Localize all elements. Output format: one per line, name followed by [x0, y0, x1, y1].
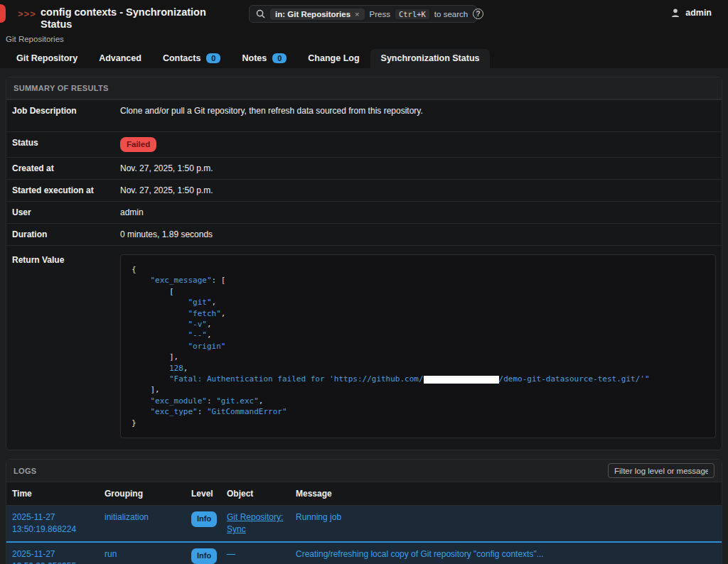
log-time-date: 2025-11-27 — [12, 511, 93, 524]
logs-table-header-row: Time Grouping Level Object Message — [6, 482, 722, 506]
job-description-label: Job Description — [12, 105, 120, 116]
log-filter-input[interactable] — [608, 463, 714, 478]
tab-label: Advanced — [99, 53, 141, 63]
tab-contacts[interactable]: Contacts 0 — [152, 49, 232, 68]
tab-label: Synchronization Status — [381, 53, 480, 63]
created-at-label: Created at — [12, 163, 120, 174]
tab-label: Git Repository — [16, 53, 77, 63]
col-header-object: Object — [221, 482, 290, 506]
redacted-block — [424, 376, 499, 384]
contacts-count-badge: 0 — [206, 53, 220, 63]
tab-bar: Git Repository Advanced Contacts 0 Notes… — [6, 49, 490, 68]
brand-logo — [0, 4, 6, 23]
chevrons-icon: >>> — [18, 9, 36, 19]
return-value-label: Return Value — [12, 254, 120, 438]
tab-label: Notes — [242, 53, 267, 63]
user-label: User — [12, 207, 120, 218]
status-badge: Failed — [120, 137, 156, 152]
tab-label: Contacts — [163, 53, 200, 63]
col-header-level: Level — [186, 482, 221, 506]
row-duration: Duration 0 minutes, 1.89 seconds — [6, 223, 722, 245]
log-time-clock: 13:50:20.058955 — [12, 560, 93, 564]
row-user: User admin — [6, 201, 722, 223]
log-row-run: 2025-11-27 13:50:20.058955 run Info — Cr… — [6, 542, 722, 564]
breadcrumb[interactable]: Git Repositories — [6, 35, 64, 43]
return-value-code: { "exc_message": [ [ "git", "fetch", "-v… — [120, 254, 716, 438]
row-created-at: Created at Nov. 27, 2025, 1:50 p.m. — [6, 157, 722, 179]
started-execution-label: Started execution at — [12, 185, 120, 196]
log-time-date: 2025-11-27 — [12, 548, 93, 560]
tab-label: Change Log — [308, 53, 359, 63]
user-value: admin — [120, 207, 716, 218]
log-time[interactable]: 2025-11-27 13:50:19.868224 — [6, 506, 99, 543]
user-menu[interactable]: admin — [670, 8, 712, 18]
page-title: config contexts - Synchronization Status — [41, 6, 211, 30]
created-at-value: Nov. 27, 2025, 1:50 p.m. — [120, 163, 716, 174]
log-message: Running job — [290, 506, 722, 543]
tab-synchronization-status[interactable]: Synchronization Status — [370, 49, 491, 68]
log-row-initialization: 2025-11-27 13:50:19.868224 initializatio… — [6, 506, 722, 543]
summary-panel-title: SUMMARY OF RESULTS — [6, 77, 722, 99]
notes-count-badge: 0 — [272, 53, 287, 63]
log-grouping: run — [99, 542, 186, 564]
log-time[interactable]: 2025-11-27 13:50:20.058955 — [6, 542, 99, 564]
logs-panel-title: LOGS — [14, 467, 36, 475]
log-object-empty: — — [221, 542, 290, 564]
log-level-badge: Info — [191, 511, 217, 527]
log-message: Creating/refreshing local copy of Git re… — [290, 542, 722, 564]
page-title-line1: config contexts - Synchronization — [41, 6, 211, 18]
col-header-grouping: Grouping — [99, 482, 186, 506]
log-object-link[interactable]: Git Repository: Sync — [227, 512, 283, 534]
duration-label: Duration — [12, 229, 120, 240]
chip-close-icon[interactable]: × — [355, 10, 359, 18]
search-scope-label: in: Git Repositories — [275, 10, 350, 18]
tab-notes[interactable]: Notes 0 — [231, 49, 297, 68]
help-icon[interactable]: ? — [473, 9, 483, 19]
tab-git-repository[interactable]: Git Repository — [6, 49, 88, 68]
ctrl-k-kbd: Ctrl+K — [395, 9, 429, 19]
main-content: SUMMARY OF RESULTS Job Description Clone… — [0, 68, 728, 564]
started-execution-value: Nov. 27, 2025, 1:50 p.m. — [120, 185, 716, 196]
duration-value: 0 minutes, 1.89 seconds — [120, 229, 716, 240]
job-description-value: Clone and/or pull a Git repository, then… — [120, 105, 716, 116]
logs-panel-header: LOGS — [6, 460, 722, 482]
top-header: >>> config contexts - Synchronization St… — [0, 0, 728, 68]
page-title-line2: Status — [41, 18, 211, 31]
search-scope-chip[interactable]: in: Git Repositories × — [270, 9, 365, 20]
log-level-badge: Info — [191, 548, 217, 564]
row-job-description: Job Description Clone and/or pull a Git … — [6, 99, 722, 131]
search-hint-press: Press — [370, 10, 390, 18]
global-search[interactable]: in: Git Repositories × Press Ctrl+K to s… — [249, 5, 477, 23]
summary-panel: SUMMARY OF RESULTS Job Description Clone… — [6, 77, 722, 450]
user-name: admin — [685, 8, 712, 18]
col-header-message: Message — [290, 482, 722, 506]
user-icon — [670, 8, 680, 18]
tab-advanced[interactable]: Advanced — [88, 49, 152, 68]
row-status: Status Failed — [6, 131, 722, 157]
log-time-clock: 13:50:19.868224 — [12, 524, 93, 536]
row-started-execution: Started execution at Nov. 27, 2025, 1:50… — [6, 179, 722, 201]
status-label: Status — [12, 137, 120, 152]
log-grouping: initialization — [99, 506, 186, 543]
row-return-value: Return Value { "exc_message": [ [ "git",… — [6, 245, 722, 450]
tab-change-log[interactable]: Change Log — [297, 49, 370, 68]
logs-table: Time Grouping Level Object Message 2025-… — [6, 482, 722, 564]
logs-panel: LOGS Time Grouping Level Object Message … — [6, 459, 722, 564]
search-hint-suffix: to search — [434, 10, 468, 18]
col-header-time: Time — [6, 482, 99, 506]
search-icon — [256, 9, 265, 18]
